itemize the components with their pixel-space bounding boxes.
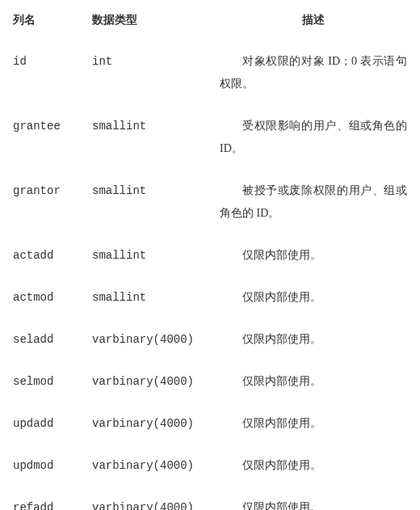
cell-description: 仅限内部使用。	[216, 320, 410, 362]
cell-column-name: actmod	[10, 278, 89, 320]
cell-data-type: varbinary(4000)	[89, 362, 216, 404]
cell-data-type: varbinary(4000)	[89, 404, 216, 446]
cell-description: 仅限内部使用。	[216, 236, 410, 278]
cell-data-type: varbinary(4000)	[89, 488, 216, 510]
table-row: actmodsmallint仅限内部使用。	[10, 278, 410, 320]
cell-data-type: varbinary(4000)	[89, 320, 216, 362]
cell-description: 仅限内部使用。	[216, 404, 410, 446]
cell-column-name: selmod	[10, 362, 89, 404]
header-data-type: 数据类型	[89, 8, 216, 42]
cell-column-name: grantee	[10, 107, 89, 171]
table-row: seladdvarbinary(4000)仅限内部使用。	[10, 320, 410, 362]
cell-column-name: updadd	[10, 404, 89, 446]
cell-column-name: id	[10, 42, 89, 107]
header-description: 描述	[216, 8, 410, 42]
table-row: selmodvarbinary(4000)仅限内部使用。	[10, 362, 410, 404]
cell-data-type: int	[89, 42, 216, 107]
cell-column-name: seladd	[10, 320, 89, 362]
cell-description: 仅限内部使用。	[216, 278, 410, 320]
header-column-name: 列名	[10, 8, 89, 42]
cell-data-type: smallint	[89, 107, 216, 171]
cell-data-type: varbinary(4000)	[89, 446, 216, 488]
table-row: idint对象权限的对象 ID；0 表示语句权限。	[10, 42, 410, 107]
cell-column-name: actadd	[10, 236, 89, 278]
table-row: grantorsmallint被授予或废除权限的用户、组或角色的 ID。	[10, 171, 410, 236]
table-row: refaddvarbinary(4000)仅限内部使用。	[10, 488, 410, 510]
table-row: actaddsmallint仅限内部使用。	[10, 236, 410, 278]
schema-table: 列名 数据类型 描述 idint对象权限的对象 ID；0 表示语句权限。gran…	[10, 8, 410, 510]
cell-data-type: smallint	[89, 236, 216, 278]
cell-data-type: smallint	[89, 278, 216, 320]
cell-description: 受权限影响的用户、组或角色的 ID。	[216, 107, 410, 171]
table-row: updmodvarbinary(4000)仅限内部使用。	[10, 446, 410, 488]
cell-description: 仅限内部使用。	[216, 362, 410, 404]
cell-description: 被授予或废除权限的用户、组或角色的 ID。	[216, 171, 410, 236]
cell-column-name: refadd	[10, 488, 89, 510]
cell-description: 仅限内部使用。	[216, 446, 410, 488]
cell-description: 仅限内部使用。	[216, 488, 410, 510]
header-row: 列名 数据类型 描述	[10, 8, 410, 42]
table-row: granteesmallint受权限影响的用户、组或角色的 ID。	[10, 107, 410, 171]
cell-column-name: updmod	[10, 446, 89, 488]
table-row: updaddvarbinary(4000)仅限内部使用。	[10, 404, 410, 446]
cell-column-name: grantor	[10, 171, 89, 236]
cell-data-type: smallint	[89, 171, 216, 236]
cell-description: 对象权限的对象 ID；0 表示语句权限。	[216, 42, 410, 107]
